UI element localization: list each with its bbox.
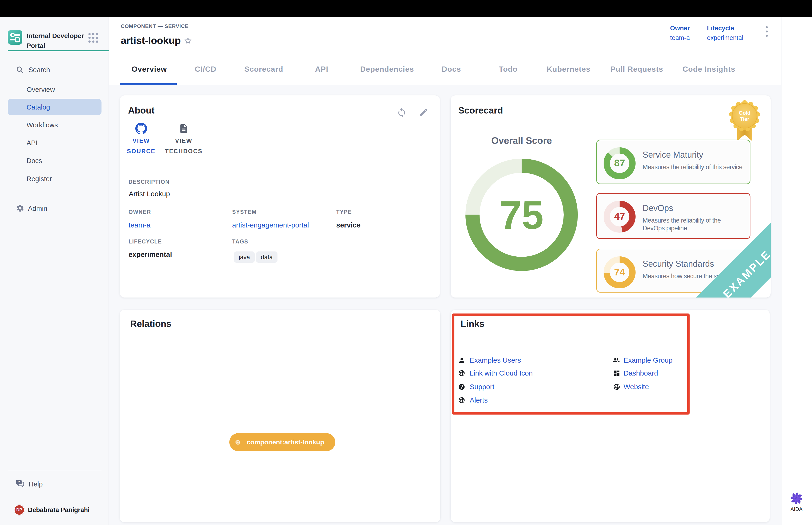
svg-text:Tier: Tier <box>740 116 749 122</box>
svg-text:Gold: Gold <box>739 110 750 116</box>
svg-text:?: ? <box>18 480 20 484</box>
